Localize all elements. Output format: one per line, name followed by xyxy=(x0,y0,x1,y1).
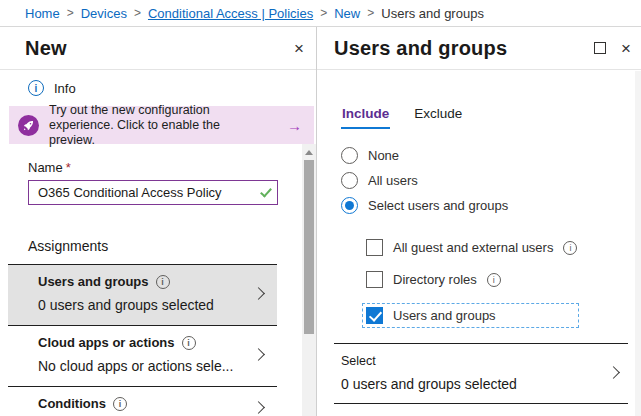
select-row-label: Select xyxy=(341,354,598,368)
preview-banner[interactable]: Try out the new configuration experience… xyxy=(9,106,314,144)
breadcrumb-separator: > xyxy=(320,6,327,20)
nav-item-cloud-apps[interactable]: Cloud apps or actions i No cloud apps or… xyxy=(8,326,277,386)
new-policy-blade: New × i Info Try out the new configurati… xyxy=(0,27,317,416)
scroll-up-arrow-icon[interactable] xyxy=(305,150,313,155)
chevron-right-icon xyxy=(252,287,265,300)
maximize-icon[interactable] xyxy=(594,42,606,54)
radio-none[interactable]: None xyxy=(341,146,628,164)
nav-item-subtitle: 0 users and groups selected xyxy=(38,297,243,313)
left-panel-scrollbar[interactable] xyxy=(302,144,316,416)
nav-item-title: Conditions xyxy=(38,396,106,411)
info-icon: i xyxy=(563,241,577,255)
chevron-right-icon xyxy=(252,401,265,414)
required-marker: * xyxy=(66,160,71,175)
select-targets-checkbox-group: All guest and external users i Directory… xyxy=(366,239,628,328)
info-link[interactable]: i Info xyxy=(0,70,316,106)
blade-title-new: New xyxy=(25,37,67,60)
radio-icon xyxy=(341,147,358,164)
checkbox-users-and-groups[interactable]: Users and groups xyxy=(362,303,579,328)
info-icon: i xyxy=(182,336,196,350)
new-blade-header: New × xyxy=(0,27,316,70)
info-icon: i xyxy=(156,275,170,289)
right-panel-scrollbar[interactable] xyxy=(635,71,641,416)
nav-item-title: Users and groups xyxy=(38,274,149,289)
info-icon: i xyxy=(113,397,127,411)
scrollbar-thumb[interactable] xyxy=(304,160,314,334)
chevron-right-icon xyxy=(607,366,620,379)
close-icon[interactable]: × xyxy=(294,40,304,57)
breadcrumb-separator: > xyxy=(367,6,374,20)
assignments-section-title: Assignments xyxy=(28,238,316,254)
left-panel-scroll-area: Name* Assignments Users and groups i 0 u… xyxy=(0,144,316,416)
users-and-groups-blade: Users and groups × Include Exclude None … xyxy=(317,27,641,416)
checkbox-label: Directory roles xyxy=(393,272,477,287)
breadcrumb-users-and-groups: Users and groups xyxy=(381,6,484,21)
radio-icon xyxy=(341,197,358,214)
checkbox-all-guest-external-users[interactable]: All guest and external users i xyxy=(366,239,577,256)
breadcrumb-separator: > xyxy=(134,6,141,20)
info-icon: i xyxy=(28,80,44,96)
checkbox-icon xyxy=(366,239,383,256)
chevron-right-icon xyxy=(252,348,265,361)
radio-label: None xyxy=(368,148,399,163)
radio-select-users-and-groups[interactable]: Select users and groups xyxy=(341,196,628,214)
nav-item-users-and-groups[interactable]: Users and groups i 0 users and groups se… xyxy=(8,264,277,326)
checkbox-icon xyxy=(366,271,383,288)
nav-item-conditions[interactable]: Conditions i xyxy=(8,386,277,416)
assignments-nav-list: Users and groups i 0 users and groups se… xyxy=(8,264,277,416)
tab-include[interactable]: Include xyxy=(341,106,390,129)
checkbox-icon xyxy=(366,307,383,324)
checkbox-directory-roles[interactable]: Directory roles i xyxy=(366,271,501,288)
close-icon[interactable]: × xyxy=(621,40,631,57)
arrow-right-icon: → xyxy=(287,117,302,134)
breadcrumb-new[interactable]: New xyxy=(334,6,360,21)
breadcrumb-conditional-access-policies[interactable]: Conditional Access | Policies xyxy=(148,6,313,21)
blade-title-users-and-groups: Users and groups xyxy=(334,37,507,60)
info-icon: i xyxy=(487,273,501,287)
radio-all-users[interactable]: All users xyxy=(341,171,628,189)
tab-exclude[interactable]: Exclude xyxy=(413,106,463,129)
breadcrumb-separator: > xyxy=(67,6,74,20)
breadcrumb-devices[interactable]: Devices xyxy=(81,6,127,21)
nav-item-title: Cloud apps or actions xyxy=(38,335,175,350)
breadcrumb-home[interactable]: Home xyxy=(25,6,60,21)
include-exclude-tabs: Include Exclude xyxy=(341,106,628,129)
checkbox-label: All guest and external users xyxy=(393,240,553,255)
policy-name-input[interactable] xyxy=(28,180,278,205)
breadcrumb: Home > Devices > Conditional Access | Po… xyxy=(0,0,641,27)
include-radio-group: None All users Select users and groups xyxy=(341,146,628,214)
rocket-icon xyxy=(18,115,39,136)
select-users-groups-row[interactable]: Select 0 users and groups selected xyxy=(334,343,628,404)
checkbox-label: Users and groups xyxy=(393,308,496,323)
name-field-label: Name* xyxy=(28,160,316,175)
select-row-subtitle: 0 users and groups selected xyxy=(341,376,598,392)
radio-label: All users xyxy=(368,173,418,188)
preview-banner-text: Try out the new configuration experience… xyxy=(49,103,267,148)
radio-label: Select users and groups xyxy=(368,198,508,213)
radio-icon xyxy=(341,172,358,189)
info-label: Info xyxy=(54,81,76,96)
nav-item-subtitle: No cloud apps or actions sele... xyxy=(38,358,243,374)
users-groups-blade-header: Users and groups × xyxy=(317,27,641,70)
